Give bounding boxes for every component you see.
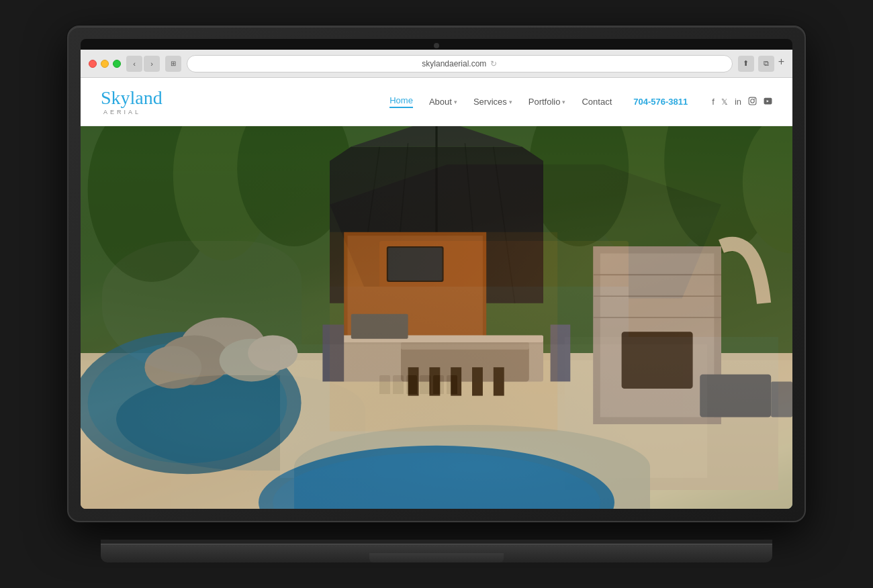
share-button[interactable]: ⬆ — [738, 56, 754, 72]
traffic-lights — [89, 60, 121, 68]
svg-rect-0 — [749, 97, 756, 105]
nav-buttons: ‹ › — [126, 56, 160, 72]
address-bar[interactable]: skylandaerial.com ↻ — [187, 55, 733, 72]
nav-portfolio[interactable]: Portfolio ▾ — [529, 97, 566, 107]
tabs-button[interactable]: ⧉ — [758, 56, 774, 72]
browser-chrome: ‹ › ⊞ skylandaerial.com ↻ ⬆ ⧉ + — [81, 50, 792, 78]
services-chevron-icon: ▾ — [509, 99, 512, 105]
logo-script[interactable]: Skyland — [101, 89, 163, 107]
facebook-icon[interactable]: f — [712, 97, 715, 107]
laptop-body: ‹ › ⊞ skylandaerial.com ↻ ⬆ ⧉ + — [67, 26, 806, 522]
nav-contact[interactable]: Contact — [582, 97, 612, 107]
svg-point-19 — [248, 336, 297, 371]
laptop-frame: ‹ › ⊞ skylandaerial.com ↻ ⬆ ⧉ + — [67, 26, 806, 562]
back-button[interactable]: ‹ — [126, 56, 142, 72]
camera — [434, 43, 439, 48]
svg-rect-54 — [330, 232, 557, 432]
hero-image — [81, 126, 792, 509]
youtube-icon[interactable] — [764, 97, 772, 107]
svg-rect-50 — [771, 381, 792, 417]
social-icons: f 𝕏 in — [712, 97, 772, 107]
refresh-icon[interactable]: ↻ — [490, 59, 497, 68]
close-button[interactable] — [89, 60, 97, 68]
nav-about[interactable]: About ▾ — [429, 97, 457, 107]
laptop-stand — [369, 553, 504, 562]
site-logo: Skyland AERIAL — [101, 89, 163, 115]
screen-bezel: ‹ › ⊞ skylandaerial.com ↻ ⬆ ⧉ + — [81, 39, 792, 509]
new-tab-button[interactable]: + — [778, 56, 784, 72]
minimize-button[interactable] — [101, 60, 109, 68]
svg-point-1 — [751, 99, 754, 102]
svg-point-2 — [754, 98, 755, 99]
nav-home[interactable]: Home — [389, 95, 413, 108]
svg-point-18 — [144, 346, 201, 389]
nav-services[interactable]: Services ▾ — [473, 97, 512, 107]
forward-button[interactable]: › — [144, 56, 160, 72]
linkedin-icon[interactable]: in — [735, 97, 741, 107]
url-text: skylandaerial.com — [422, 59, 486, 68]
website-content: Skyland AERIAL Home About ▾ Services ▾ — [81, 78, 792, 509]
browser-actions: ⬆ ⧉ + — [738, 56, 784, 72]
portfolio-chevron-icon: ▾ — [562, 99, 565, 105]
svg-rect-49 — [700, 375, 771, 418]
logo-aerial: AERIAL — [103, 109, 141, 115]
phone-number[interactable]: 704-576-3811 — [633, 97, 688, 107]
twitter-icon[interactable]: 𝕏 — [721, 97, 728, 107]
instagram-icon[interactable] — [748, 97, 757, 107]
maximize-button[interactable] — [113, 60, 121, 68]
site-nav: Home About ▾ Services ▾ Portfolio ▾ — [389, 95, 772, 108]
tab-overview-button[interactable]: ⊞ — [165, 56, 181, 72]
hero-scene-svg — [81, 126, 792, 509]
svg-rect-46 — [622, 332, 693, 389]
site-navbar: Skyland AERIAL Home About ▾ Services ▾ — [81, 78, 792, 126]
about-chevron-icon: ▾ — [454, 99, 457, 105]
